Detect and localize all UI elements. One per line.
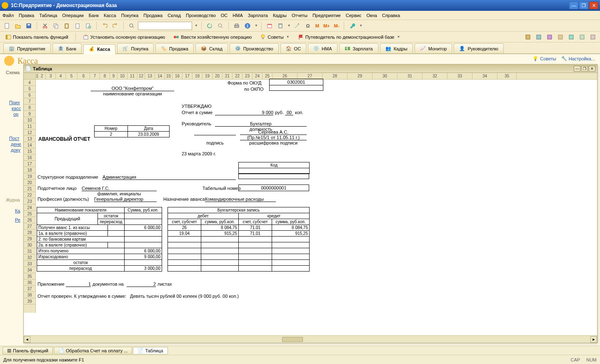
col-header-24[interactable]: 24 [252,73,262,79]
subwin-maximize-button[interactable]: ❐ [581,66,588,72]
col-header-30[interactable]: 30 [372,73,398,79]
col-header-35[interactable]: 35 [498,73,517,79]
menu-table[interactable]: Таблица [39,13,57,18]
subwin-close-button[interactable]: ✕ [589,66,595,72]
menu-service[interactable]: Сервис [346,13,362,18]
menu-stock[interactable]: Склад [168,13,181,18]
tab-salary[interactable]: 💵Зарплата [339,43,378,53]
menu-kassa[interactable]: Касса [104,13,116,18]
menu-os[interactable]: ОС [221,13,228,18]
find-icon[interactable] [216,21,225,30]
memory-mplus[interactable]: M+ [322,23,331,28]
row-header-37[interactable]: 37 [24,286,35,292]
right-tool-6[interactable] [578,32,587,42]
row-header-17[interactable]: 17 [24,161,35,167]
right-tool-2[interactable] [534,32,543,42]
set-main-org-button[interactable]: Установить основную организацию [80,33,168,41]
col-header-19[interactable]: 19 [202,73,212,79]
col-header-11[interactable]: 11 [128,73,138,79]
subwin-minimize-button[interactable]: — [574,66,580,72]
right-tool-7[interactable] [588,32,598,42]
col-header-23[interactable]: 23 [242,73,252,79]
row-header-4[interactable]: 4 [24,80,35,86]
menu-help[interactable]: Справка [382,13,400,18]
col-header-12[interactable]: 12 [138,73,145,79]
col-header-3[interactable]: 3 [46,73,56,79]
zoom-icon[interactable] [127,21,136,30]
row-header-33[interactable]: 33 [24,261,35,267]
side-link-incoming[interactable]: Прих [9,100,20,105]
close-button[interactable]: ✕ [589,2,598,9]
row-header-31[interactable]: 31 [24,248,35,254]
copy-icon[interactable] [51,21,60,30]
row-header-11[interactable]: 11 [24,123,35,130]
print-preview-icon[interactable] [84,21,93,30]
col-header-6[interactable]: 6 [78,73,90,79]
side-link-re[interactable]: Ре [15,217,20,222]
print-icon[interactable] [232,21,241,30]
col-header-17[interactable]: 17 [182,73,192,79]
tab-os[interactable]: 🏠ОС [280,43,307,53]
col-header-31[interactable]: 31 [398,73,422,79]
menu-company[interactable]: Предприятие [312,13,341,18]
menu-nma[interactable]: НМА [232,13,242,18]
side-link-receipt3[interactable]: доку [11,147,20,152]
tab-purchase[interactable]: 🛒Покупка [117,43,154,53]
row-header-25[interactable]: 25 [24,211,35,217]
row-header-7[interactable]: 7 [24,98,35,105]
col-header-10[interactable]: 10 [118,73,128,79]
refresh-icon[interactable] [205,21,214,30]
row-header-39[interactable]: 39 [24,298,35,304]
save-icon[interactable] [24,21,33,30]
menu-file[interactable]: Файл [2,13,14,18]
row-header-5[interactable]: 5 [24,86,35,92]
styles-icon[interactable] [292,21,302,30]
row-header-32[interactable]: 32 [24,254,35,261]
col-header-15[interactable]: 15 [165,73,172,79]
row-header-36[interactable]: 36 [24,279,35,286]
col-header-32[interactable]: 32 [422,73,448,79]
col-header-27[interactable]: 27 [298,73,322,79]
side-link-receipt2[interactable]: дене [11,142,21,147]
undo-icon[interactable] [100,21,109,30]
row-header-35[interactable]: 35 [24,273,35,279]
info-dropdown-icon[interactable]: ▼ [255,24,258,27]
side-link-ka[interactable]: Ка [15,208,20,213]
enter-operation-button[interactable]: Ввести хозяйственную операцию [170,33,255,41]
row-header-9[interactable]: 9 [24,111,35,117]
row-header-19[interactable]: 19 [24,173,35,180]
memory-mminus[interactable]: M- [333,23,341,28]
col-header-29[interactable]: 29 [348,73,372,79]
calculator-icon[interactable] [276,21,285,30]
document-body[interactable]: Форма по ОКУД 0302001 по ОКПО ООО "Конфе… [36,80,565,313]
menu-operations[interactable]: Операции [62,13,83,18]
side-link-receipt[interactable]: Пост [9,136,20,141]
tab-warehouse[interactable]: 📦Склад [195,43,228,53]
menu-buy[interactable]: Покупка [121,13,139,18]
redo-icon[interactable] [111,21,120,30]
tab-bank[interactable]: 🏦Банк [52,43,82,53]
open-icon[interactable] [13,21,22,30]
row-header-30[interactable]: 30 [24,242,35,248]
menu-bank[interactable]: Банк [89,13,99,18]
col-header-28[interactable]: 28 [322,73,348,79]
col-header-13[interactable]: 13 [145,73,155,79]
right-tool-4[interactable] [556,32,565,42]
menu-reports[interactable]: Отчеты [292,13,308,18]
restore-button[interactable]: ❐ [579,2,588,9]
tips-link[interactable]: 💡Советы [532,56,556,61]
sheet-viewport[interactable]: 4567891011121314151617181920212223242526… [24,73,597,335]
tab-sales[interactable]: 🏷️Продажа [155,43,194,53]
side-link-incoming2[interactable]: касс [12,106,21,111]
col-header-14[interactable]: 14 [155,73,165,79]
tips-button[interactable]: Советы▼ [257,33,292,41]
horizontal-scrollbar[interactable]: ◄ ► [24,335,597,343]
row-header-8[interactable]: 8 [24,105,35,111]
show-functions-panel-button[interactable]: Показать панель функций [2,33,71,41]
calc-dropdown-icon[interactable]: ▼ [288,24,291,27]
row-header-20[interactable]: 20 [24,180,35,186]
menu-sell[interactable]: Продажа [143,13,162,18]
task-processing[interactable]: 📄Обработка Счет на оплату ... [54,347,132,354]
task-panel-functions[interactable]: ▥Панель функций [2,347,53,354]
row-header-18[interactable]: 18 [24,167,35,173]
